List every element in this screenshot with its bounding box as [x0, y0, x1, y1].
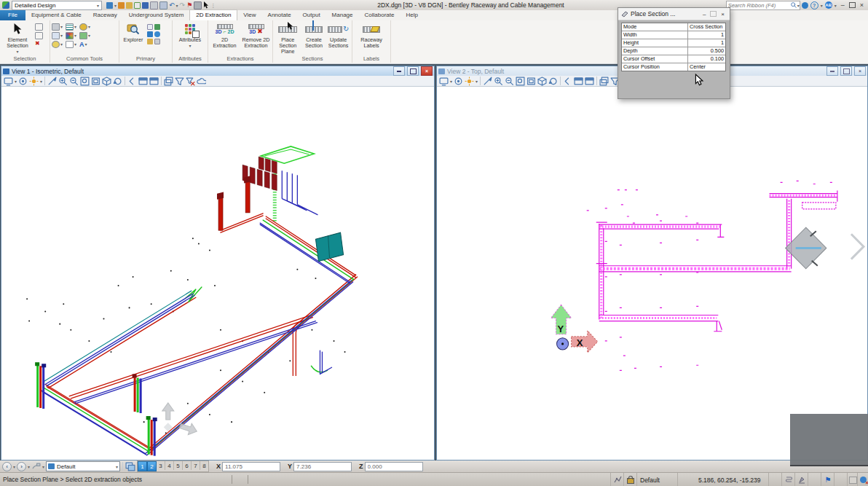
setting-value[interactable]: 1: [688, 31, 725, 39]
setting-value[interactable]: 0.500: [688, 47, 725, 55]
view1-maximize-button[interactable]: [407, 66, 419, 76]
view-display-icon[interactable]: [439, 77, 449, 86]
z-coordinate-input[interactable]: [365, 462, 423, 471]
connection-status-cell[interactable]: ×: [857, 473, 868, 486]
fit-view-icon[interactable]: [526, 77, 536, 86]
window-status-cell[interactable]: [847, 473, 858, 486]
cursor-tool-icon[interactable]: [203, 1, 209, 9]
setting-value[interactable]: Cross Section: [688, 23, 725, 31]
ribbon-search[interactable]: ▾: [726, 1, 800, 10]
overflow-icon[interactable]: ⋮: [210, 2, 216, 9]
text-tool-icon[interactable]: A▾: [79, 40, 87, 48]
x-coordinate-input[interactable]: [222, 462, 280, 471]
zoom-out-icon[interactable]: [69, 77, 79, 86]
2d-extraction-button[interactable]: 3D ⌐ 2D 2D Extraction: [210, 22, 240, 49]
chevron-down-icon[interactable]: ▾: [114, 3, 117, 8]
view-toggles-icon[interactable]: [125, 462, 135, 471]
search-input[interactable]: [727, 2, 790, 9]
fit-view-icon[interactable]: [91, 77, 100, 86]
new-file-icon[interactable]: [134, 2, 141, 9]
restore-button[interactable]: [849, 2, 856, 8]
print-icon[interactable]: [194, 1, 202, 9]
design-history-cell[interactable]: ⚑: [821, 473, 835, 486]
dialog-titlebar[interactable]: Place Section ... – ×: [618, 8, 730, 20]
shape-tool-icon[interactable]: ▾: [66, 40, 76, 48]
view1-close-button[interactable]: ×: [421, 66, 433, 76]
import-icon[interactable]: [159, 1, 167, 9]
tools-icon[interactable]: [118, 2, 125, 9]
tab-equipment-cable[interactable]: Equipment & Cable: [25, 10, 87, 20]
chevron-down-icon[interactable]: ▾: [797, 3, 800, 8]
help-icon[interactable]: ?: [810, 1, 818, 9]
document-icon[interactable]: [147, 24, 153, 30]
view-toggle-2[interactable]: 2: [147, 461, 157, 471]
workset-selector[interactable]: Detailed Design ▾: [12, 1, 102, 10]
save-as-icon[interactable]: [150, 1, 158, 9]
raceway-labels-button[interactable]: Raceway Labels: [355, 22, 388, 49]
view-next-button[interactable]: ›: [17, 462, 26, 471]
dialog-minimize-button[interactable]: –: [701, 11, 708, 17]
element-selection-button[interactable]: Element Selection ▾: [1, 22, 33, 55]
annotation-status-cell[interactable]: [794, 473, 808, 486]
dialog-close-button[interactable]: ×: [719, 11, 727, 17]
copy-view-icon[interactable]: [599, 77, 609, 86]
fence-mode-icon[interactable]: [35, 32, 43, 39]
chevron-down-icon[interactable]: ▾: [40, 79, 42, 84]
view1-canvas[interactable]: [1, 87, 434, 460]
render-mode-icon[interactable]: [454, 77, 463, 86]
pin-icon[interactable]: ⚑: [186, 2, 192, 9]
view-toggle-4[interactable]: 4: [165, 461, 174, 470]
placement-tool-icon[interactable]: ▾: [52, 23, 63, 31]
zoom-out-icon[interactable]: [505, 77, 514, 86]
view-previous-icon[interactable]: [563, 77, 572, 86]
copy-view-icon[interactable]: [164, 77, 173, 86]
lock-cell[interactable]: [623, 473, 637, 486]
saved-view-apply-icon[interactable]: [31, 462, 41, 471]
grid-icon[interactable]: [154, 39, 160, 44]
create-section-button[interactable]: Create Section: [303, 22, 326, 49]
fence-icon[interactable]: [35, 23, 43, 31]
clear-selection-icon[interactable]: ✖: [35, 41, 43, 47]
chevron-down-icon[interactable]: ▾: [28, 464, 30, 469]
tab-output[interactable]: Output: [297, 10, 326, 20]
view-toggle-8[interactable]: 8: [200, 461, 208, 470]
view2-maximize-button[interactable]: [840, 66, 852, 76]
view-toggle-3[interactable]: 3: [157, 461, 165, 470]
attributes-button[interactable]: Attributes ▾: [174, 22, 206, 49]
pan-view-icon[interactable]: [548, 77, 558, 86]
pan-view-icon[interactable]: [113, 77, 122, 86]
view-window2-icon[interactable]: [585, 77, 594, 86]
sketch-mode-cell[interactable]: [610, 473, 624, 486]
view2-canvas[interactable]: Y X: [437, 87, 867, 460]
measure-tool-icon[interactable]: ▾: [66, 23, 76, 31]
chevron-down-icon[interactable]: ▾: [13, 464, 15, 469]
lamp-tool-icon[interactable]: ▾: [79, 23, 90, 31]
view2-minimize-button[interactable]: [826, 66, 838, 76]
open-folder-icon[interactable]: [126, 2, 133, 9]
minimize-button[interactable]: –: [839, 1, 847, 9]
view-window1-icon[interactable]: [138, 77, 148, 86]
chevron-down-icon[interactable]: ▾: [15, 79, 17, 84]
lighting-icon[interactable]: [29, 77, 39, 86]
view-toggle-1[interactable]: 1: [138, 461, 147, 471]
view2-close-button[interactable]: ×: [854, 66, 866, 76]
zoom-in-icon[interactable]: [58, 77, 68, 86]
zoom-in-icon[interactable]: [494, 77, 503, 86]
setting-value[interactable]: Center: [688, 63, 725, 71]
tab-underground-system[interactable]: Underground System: [123, 10, 190, 20]
explorer-button[interactable]: Explorer: [121, 22, 146, 43]
undo-icon[interactable]: ↶: [169, 2, 175, 9]
chevron-down-icon[interactable]: ▾: [176, 3, 178, 8]
update-view-icon[interactable]: [47, 77, 57, 86]
move-copy-icon[interactable]: ▾: [52, 31, 63, 39]
tab-manage[interactable]: Manage: [326, 10, 359, 20]
view-toggle-6[interactable]: 6: [183, 461, 192, 470]
dialog-maximize-button[interactable]: [710, 11, 717, 17]
update-sections-button[interactable]: ↻ Update Sections: [326, 22, 350, 49]
avatar[interactable]: AB: [825, 1, 832, 9]
chevron-down-icon[interactable]: ▾: [835, 3, 837, 8]
palette-icon[interactable]: ▾: [66, 31, 76, 39]
light-tool-icon[interactable]: ▾: [52, 40, 63, 48]
next-panel-chevron-icon[interactable]: [851, 235, 864, 259]
tab-help[interactable]: Help: [400, 10, 423, 20]
